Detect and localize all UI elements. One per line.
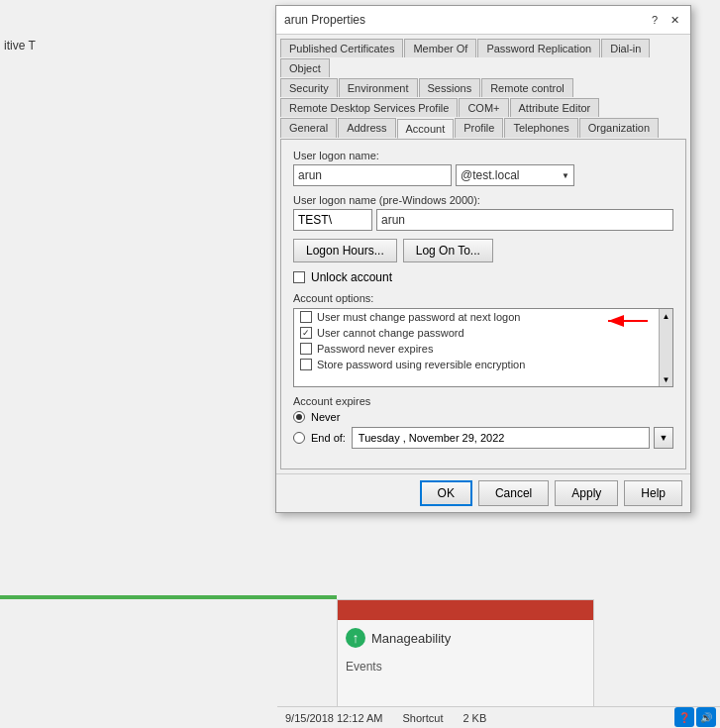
logon-name-label: User logon name: <box>293 150 673 161</box>
never-label: Never <box>311 411 340 423</box>
tray-icons: ❓ 🔊 <box>674 706 720 728</box>
options-scrollbar[interactable]: ▲ ▼ <box>659 309 672 386</box>
unlock-account-label: Unlock account <box>311 270 392 284</box>
account-options-box: User must change password at next logon … <box>293 308 673 387</box>
tab-security[interactable]: Security <box>280 78 338 97</box>
domain-value: @test.local <box>461 168 520 182</box>
bottom-panel-content: ↑ Manageability <box>338 620 593 656</box>
apply-button[interactable]: Apply <box>555 480 618 506</box>
end-of-radio-row: End of: Tuesday , November 29, 2022 ▼ <box>293 427 673 449</box>
tab-telephones[interactable]: Telephones <box>504 118 577 138</box>
title-controls: ? ✕ <box>647 12 682 28</box>
option-store-password-reversible[interactable]: Store password using reversible encrypti… <box>294 357 672 372</box>
manageability-icon: ↑ <box>346 628 365 648</box>
ok-button[interactable]: OK <box>420 480 472 506</box>
date-input[interactable]: Tuesday , November 29, 2022 <box>352 427 650 449</box>
tab-address[interactable]: Address <box>338 118 395 138</box>
store-password-reversible-checkbox[interactable] <box>300 359 312 370</box>
date-field: Tuesday , November 29, 2022 ▼ <box>352 427 673 449</box>
title-bar: arun Properties ? ✕ <box>276 6 690 35</box>
tab-remote-desktop-services-profile[interactable]: Remote Desktop Services Profile <box>280 98 458 117</box>
help-button[interactable]: Help <box>624 480 682 506</box>
tab-dial-in[interactable]: Dial-in <box>601 39 650 57</box>
option-must-change-password[interactable]: User must change password at next logon <box>294 309 672 325</box>
date-dropdown-button[interactable]: ▼ <box>654 427 673 449</box>
account-options-group: Account options: User must change passwo… <box>293 292 673 387</box>
option-cannot-change-password[interactable]: User cannot change password <box>294 325 672 341</box>
native-text-fragment: itive T <box>0 35 40 56</box>
pre-win-label: User logon name (pre-Windows 2000): <box>293 194 673 206</box>
chevron-down-icon: ▼ <box>562 171 569 180</box>
tab-password-replication[interactable]: Password Replication <box>477 39 600 57</box>
store-password-reversible-label: Store password using reversible encrypti… <box>317 359 525 370</box>
tab-profile[interactable]: Profile <box>455 118 503 138</box>
close-title-button[interactable]: ✕ <box>667 12 682 28</box>
tab-environment[interactable]: Environment <box>339 78 418 97</box>
dialog-body: User logon name: @test.local ▼ User logo… <box>280 139 686 469</box>
tab-com-plus[interactable]: COM+ <box>459 98 508 117</box>
tab-container: Published Certificates Member Of Passwor… <box>276 35 690 138</box>
pre-win-group: User logon name (pre-Windows 2000): TEST… <box>293 194 673 231</box>
password-never-expires-checkbox[interactable] <box>300 343 312 355</box>
dialog-title: arun Properties <box>284 13 365 27</box>
cancel-button[interactable]: Cancel <box>478 480 549 506</box>
file-type: Shortcut <box>402 712 443 724</box>
tab-remote-control[interactable]: Remote control <box>481 78 573 97</box>
log-on-to-button[interactable]: Log On To... <box>403 239 493 262</box>
pre-win-name-input[interactable] <box>376 209 673 231</box>
must-change-password-label: User must change password at next logon <box>317 311 520 323</box>
tab-account[interactable]: Account <box>397 119 455 139</box>
password-never-expires-label: Password never expires <box>317 343 433 355</box>
tab-sessions[interactable]: Sessions <box>419 78 481 97</box>
end-of-radio[interactable] <box>293 432 305 444</box>
account-expires-section: Account expires Never End of: Tuesday , … <box>293 395 673 449</box>
logon-name-group: User logon name: @test.local ▼ <box>293 150 673 186</box>
manageability-label: Manageability <box>371 631 451 646</box>
calendar-icon: ▼ <box>660 433 669 443</box>
date-value: Tuesday , November 29, 2022 <box>359 432 505 444</box>
tab-general[interactable]: General <box>280 118 337 138</box>
cannot-change-password-checkbox[interactable] <box>300 327 312 339</box>
scroll-down-arrow[interactable]: ▼ <box>660 372 673 386</box>
unlock-account-checkbox[interactable] <box>293 271 305 283</box>
account-expires-label: Account expires <box>293 395 673 407</box>
events-label: Events <box>338 656 593 677</box>
option-password-never-expires[interactable]: Password never expires <box>294 341 672 357</box>
file-info-bar: 9/15/2018 12:12 AM Shortcut 2 KB <box>277 706 720 728</box>
tray-icon-1[interactable]: ❓ <box>674 707 694 727</box>
logon-buttons-row: Logon Hours... Log On To... <box>293 239 673 262</box>
file-size: 2 KB <box>463 712 486 724</box>
green-progress-bar <box>0 595 337 599</box>
tab-member-of[interactable]: Member Of <box>404 39 476 57</box>
arun-properties-dialog: arun Properties ? ✕ Published Certificat… <box>275 5 691 513</box>
tab-row-4: General Address Account Profile Telephon… <box>280 118 686 138</box>
pre-win-row: TEST\ <box>293 209 673 231</box>
pre-win-prefix: TEST\ <box>293 209 372 231</box>
logon-name-input[interactable] <box>293 164 452 186</box>
end-of-label: End of: <box>311 432 346 444</box>
cannot-change-password-label: User cannot change password <box>317 327 464 339</box>
tab-object[interactable]: Object <box>280 58 330 77</box>
logon-hours-button[interactable]: Logon Hours... <box>293 239 397 262</box>
bottom-panel-header <box>338 600 593 620</box>
dialog-footer: OK Cancel Apply Help <box>276 473 690 512</box>
tray-icon-2[interactable]: 🔊 <box>696 707 716 727</box>
file-date: 9/15/2018 12:12 AM <box>285 712 382 724</box>
must-change-password-checkbox[interactable] <box>300 311 312 323</box>
account-options-label: Account options: <box>293 292 673 304</box>
help-title-button[interactable]: ? <box>647 12 663 28</box>
tab-row-1: Published Certificates Member Of Passwor… <box>280 39 686 77</box>
tab-published-certificates[interactable]: Published Certificates <box>280 39 403 57</box>
tab-attribute-editor[interactable]: Attribute Editor <box>510 98 600 117</box>
tab-row-3: Remote Desktop Services Profile COM+ Att… <box>280 98 686 117</box>
never-radio[interactable] <box>293 411 305 423</box>
domain-dropdown[interactable]: @test.local ▼ <box>456 164 574 186</box>
logon-name-row: @test.local ▼ <box>293 164 673 186</box>
unlock-account-row: Unlock account <box>293 270 673 284</box>
tab-row-2: Security Environment Sessions Remote con… <box>280 78 686 97</box>
scroll-up-arrow[interactable]: ▲ <box>660 309 673 323</box>
never-radio-row: Never <box>293 411 673 423</box>
tab-organization[interactable]: Organization <box>579 118 659 138</box>
